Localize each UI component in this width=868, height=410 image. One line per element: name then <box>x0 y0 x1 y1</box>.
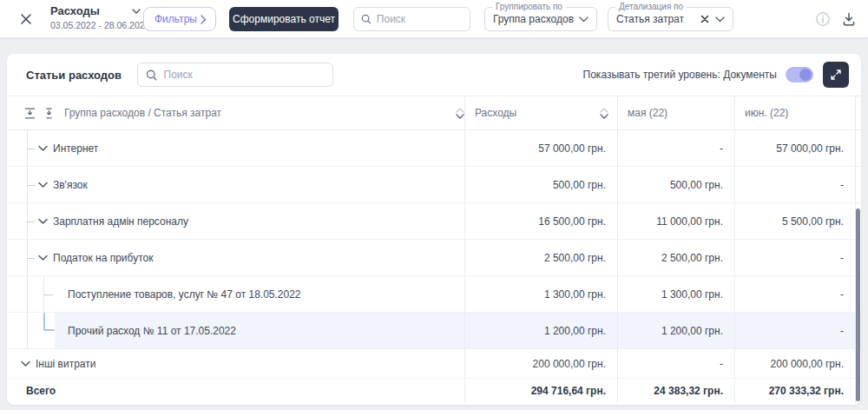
topbar: Расходы 03.05.2022 - 28.06.2022 Фильтры … <box>0 0 868 38</box>
chevron-down-icon <box>579 17 589 23</box>
close-icon[interactable] <box>17 10 35 28</box>
tree-elbow-connector <box>43 313 55 331</box>
detail-by-label: Детализация по <box>615 2 687 11</box>
table-row[interactable]: Интернет57 000,00 грн.-57 000,00 грн. <box>7 130 861 167</box>
row-label-cell: Податок на прибуток <box>7 240 464 275</box>
detail-by-value: Статья затрат <box>616 13 684 25</box>
row-label: Податок на прибуток <box>53 252 153 264</box>
row-may-value: 2 500,00 грн. <box>617 240 734 275</box>
topbar-search[interactable] <box>353 7 470 31</box>
group-by-select[interactable]: Группировать по Группа расходов <box>484 7 597 31</box>
report-date-range: 03.05.2022 - 28.06.2022 <box>50 20 141 30</box>
tree-guide <box>27 276 28 312</box>
table-row[interactable]: Податок на прибуток2 500,00 грн.2 500,00… <box>7 240 861 276</box>
vertical-scrollbar[interactable] <box>856 208 860 401</box>
download-icon[interactable] <box>838 9 859 30</box>
row-label-cell: Прочий расход № 11 от 17.05.2022 <box>7 313 464 348</box>
filters-button[interactable]: Фильтры <box>143 7 216 31</box>
tree-dash <box>27 149 35 149</box>
row-expenses-value: 1 200,00 грн. <box>464 313 617 348</box>
table-row[interactable]: Поступление товаров, услуг № 47 от 18.05… <box>7 276 861 313</box>
panel-search-input[interactable] <box>164 69 326 81</box>
row-june-value: - <box>734 276 855 312</box>
tree-dash <box>43 294 53 295</box>
table-row[interactable]: Зв'язок500,00 грн.500,00 грн.- <box>7 167 861 203</box>
table-row[interactable]: Зарплатня адмін персоналу16 500,00 грн.1… <box>7 203 861 240</box>
row-label-cell: Поступление товаров, услуг № 47 от 18.05… <box>7 276 464 312</box>
chevron-down-icon[interactable] <box>38 218 48 224</box>
collapse-all-icon[interactable] <box>24 108 36 119</box>
column-label: Расходы <box>475 107 516 119</box>
total-label: Всего <box>7 379 464 403</box>
row-label: Зарплатня адмін персоналу <box>53 215 188 228</box>
expenses-panel: Статьи расходов Показывать третий уровен… <box>7 54 861 405</box>
row-june-value: - <box>734 313 855 348</box>
column-label: мая (22) <box>628 107 667 119</box>
table-row[interactable]: Інші витрати200 000,00 грн.-200 000,00 г… <box>7 349 861 379</box>
chevron-right-icon <box>201 15 207 24</box>
third-level-toggle[interactable] <box>786 67 813 83</box>
filters-label: Фильтры <box>155 13 197 25</box>
row-expenses-value: 1 300,00 грн. <box>464 276 617 312</box>
info-icon[interactable] <box>813 10 832 29</box>
panel-search[interactable] <box>137 63 333 87</box>
row-expenses-value: 57 000,00 грн. <box>464 130 617 166</box>
panel-header: Статьи расходов Показывать третий уровен… <box>7 54 861 96</box>
column-header-may[interactable]: мая (22) <box>617 96 734 129</box>
expenses-table: Группа расходов / Статья затрат Расходы … <box>7 96 861 403</box>
tree-dash <box>27 258 35 259</box>
column-header-expenses[interactable]: Расходы <box>464 96 617 129</box>
expand-all-icon[interactable] <box>43 108 55 119</box>
column-header-group[interactable]: Группа расходов / Статья затрат <box>7 96 464 129</box>
detail-by-select[interactable]: Детализация по Статья затрат <box>608 7 733 31</box>
column-label: Группа расходов / Статья затрат <box>64 107 221 119</box>
chevron-down-icon[interactable] <box>21 360 30 367</box>
row-may-value: 11 000,00 грн. <box>617 203 734 239</box>
row-may-value: 500,00 грн. <box>617 167 734 202</box>
search-icon <box>361 13 372 25</box>
clear-icon[interactable] <box>700 15 709 23</box>
row-label-cell: Зарплатня адмін персоналу <box>7 203 464 239</box>
row-june-value: 57 000,00 грн. <box>734 130 855 166</box>
row-label-cell: Зв'язок <box>7 167 464 202</box>
row-may-value: 1 200,00 грн. <box>617 313 734 348</box>
report-type-picker[interactable]: Расходы 03.05.2022 - 28.06.2022 <box>50 4 141 34</box>
panel-title: Статьи расходов <box>26 69 122 82</box>
row-label: Интернет <box>53 142 98 155</box>
chevron-down-icon <box>132 9 141 14</box>
row-label-cell: Інші витрати <box>7 349 464 378</box>
chevron-down-icon[interactable] <box>38 145 48 151</box>
row-expenses-value: 500,00 грн. <box>464 167 617 202</box>
fullscreen-button[interactable] <box>823 62 849 88</box>
topbar-search-input[interactable] <box>377 13 463 25</box>
table-row[interactable]: Прочий расход № 11 от 17.05.20221 200,00… <box>7 313 861 349</box>
table-header: Группа расходов / Статья затрат Расходы … <box>7 96 861 130</box>
total-row: Всего 294 716,64 грн. 24 383,32 грн. 270… <box>7 379 861 403</box>
table-body: Интернет57 000,00 грн.-57 000,00 грн. Зв… <box>7 130 861 379</box>
chevron-down-icon[interactable] <box>38 182 48 188</box>
search-icon <box>146 69 158 82</box>
chevron-down-icon <box>715 17 725 23</box>
column-header-june[interactable]: июн. (22) <box>734 96 855 129</box>
row-june-value: - <box>734 167 855 202</box>
row-expenses-value: 200 000,00 грн. <box>464 349 617 378</box>
total-expenses: 294 716,64 грн. <box>464 379 617 403</box>
row-may-value: - <box>617 130 734 166</box>
row-may-value: 1 300,00 грн. <box>617 276 734 312</box>
total-may: 24 383,32 грн. <box>617 379 734 403</box>
row-label-cell: Интернет <box>7 130 464 166</box>
toggle-knob <box>799 69 812 81</box>
row-label: Прочий расход № 11 от 17.05.2022 <box>68 325 236 337</box>
sort-icon[interactable] <box>456 108 464 119</box>
report-title: Расходы <box>50 4 100 17</box>
sort-icon[interactable] <box>600 108 608 119</box>
row-june-value: - <box>734 240 855 275</box>
row-may-value: - <box>617 349 734 378</box>
row-june-value: 200 000,00 грн. <box>734 349 855 378</box>
group-by-label: Группировать по <box>492 2 566 11</box>
group-by-value: Группа расходов <box>493 13 574 25</box>
tree-guide <box>27 313 28 348</box>
row-label: Поступление товаров, услуг № 47 от 18.05… <box>68 288 301 301</box>
generate-report-button[interactable]: Сформировать отчет <box>229 7 339 31</box>
chevron-down-icon[interactable] <box>38 255 48 261</box>
